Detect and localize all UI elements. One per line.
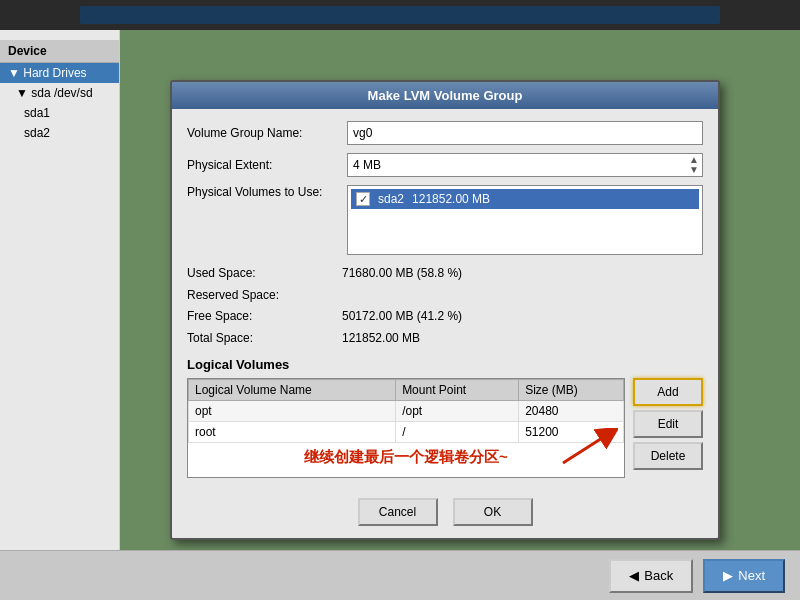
- free-space-label: Free Space:: [187, 306, 342, 328]
- used-space-value: 71680.00 MB (58.8 %): [342, 263, 462, 285]
- space-info-block: Used Space: 71680.00 MB (58.8 %) Reserve…: [187, 263, 703, 349]
- used-space-label: Used Space:: [187, 263, 342, 285]
- lv-row-opt[interactable]: opt /opt 20480: [189, 401, 624, 422]
- pe-select-wrapper: 1 MB 2 MB 4 MB 8 MB 16 MB ▲ ▼: [347, 153, 703, 177]
- lv-container: Logical Volume Name Mount Point Size (MB…: [187, 378, 703, 478]
- lv-table-header-row: Logical Volume Name Mount Point Size (MB…: [189, 380, 624, 401]
- total-space-label: Total Space:: [187, 328, 342, 350]
- lv-title: Logical Volumes: [187, 357, 703, 372]
- pv-checkbox-sda2[interactable]: [356, 192, 370, 206]
- top-bar-inner: [80, 6, 720, 24]
- back-button[interactable]: ◀ Back: [609, 559, 693, 593]
- ok-button[interactable]: OK: [453, 498, 533, 526]
- edit-lv-button[interactable]: Edit: [633, 410, 703, 438]
- lv-buttons: Add Edit Delete: [633, 378, 703, 478]
- main-area: Device ▼ Hard Drives ▼ sda /dev/sd sda1 …: [0, 30, 800, 550]
- pv-row: Physical Volumes to Use: sda2 121852.00 …: [187, 185, 703, 255]
- volume-group-name-row: Volume Group Name:: [187, 121, 703, 145]
- lv-col-mount: Mount Point: [396, 380, 519, 401]
- delete-lv-button[interactable]: Delete: [633, 442, 703, 470]
- total-space-value: 121852.00 MB: [342, 328, 420, 350]
- lv-opt-mount: /opt: [396, 401, 519, 422]
- pe-label: Physical Extent:: [187, 158, 347, 172]
- vg-name-label: Volume Group Name:: [187, 126, 347, 140]
- svg-line-1: [563, 433, 610, 463]
- cancel-button[interactable]: Cancel: [358, 498, 438, 526]
- used-space-row: Used Space: 71680.00 MB (58.8 %): [187, 263, 703, 285]
- red-arrow-icon: [558, 428, 618, 471]
- lv-col-size: Size (MB): [519, 380, 624, 401]
- pv-item-sda2[interactable]: sda2 121852.00 MB: [351, 189, 699, 209]
- chevron-icon: ▼: [8, 66, 23, 80]
- dialog-footer: Cancel OK: [172, 490, 718, 538]
- lv-col-name: Logical Volume Name: [189, 380, 396, 401]
- pv-size: 121852.00 MB: [412, 192, 490, 206]
- next-button[interactable]: ▶ Next: [703, 559, 785, 593]
- select-arrows-icon: ▲ ▼: [689, 155, 699, 175]
- free-space-row: Free Space: 50172.00 MB (41.2 %): [187, 306, 703, 328]
- pv-name: sda2: [378, 192, 404, 206]
- pv-label: Physical Volumes to Use:: [187, 185, 347, 199]
- dialog-body: Volume Group Name: Physical Extent: 1 MB…: [172, 109, 718, 490]
- bottom-bar: ◀ Back ▶ Next: [0, 550, 800, 600]
- lv-table-wrapper: Logical Volume Name Mount Point Size (MB…: [187, 378, 625, 478]
- pv-list: sda2 121852.00 MB: [347, 185, 703, 255]
- next-arrow-icon: ▶: [723, 568, 733, 583]
- dialog-title: Make LVM Volume Group: [172, 82, 718, 109]
- dialog-overlay: Make LVM Volume Group Volume Group Name:…: [100, 70, 790, 530]
- reserved-space-label: Reserved Space:: [187, 285, 342, 307]
- lv-opt-name: opt: [189, 401, 396, 422]
- chevron-icon: ▼: [16, 86, 31, 100]
- lv-section: Logical Volumes Logical Volume Name Moun…: [187, 357, 703, 478]
- pe-select[interactable]: 1 MB 2 MB 4 MB 8 MB 16 MB: [348, 154, 702, 176]
- reserved-space-row: Reserved Space:: [187, 285, 703, 307]
- lvm-dialog: Make LVM Volume Group Volume Group Name:…: [170, 80, 720, 540]
- physical-extent-row: Physical Extent: 1 MB 2 MB 4 MB 8 MB 16 …: [187, 153, 703, 177]
- right-content: Make LVM Volume Group Volume Group Name:…: [120, 30, 800, 550]
- top-bar: [0, 0, 800, 30]
- lv-root-mount: /: [396, 422, 519, 443]
- back-arrow-icon: ◀: [629, 568, 639, 583]
- lv-root-name: root: [189, 422, 396, 443]
- sidebar-header: Device: [0, 40, 119, 63]
- add-lv-button[interactable]: Add: [633, 378, 703, 406]
- vg-name-input[interactable]: [347, 121, 703, 145]
- lv-opt-size: 20480: [519, 401, 624, 422]
- total-space-row: Total Space: 121852.00 MB: [187, 328, 703, 350]
- free-space-value: 50172.00 MB (41.2 %): [342, 306, 462, 328]
